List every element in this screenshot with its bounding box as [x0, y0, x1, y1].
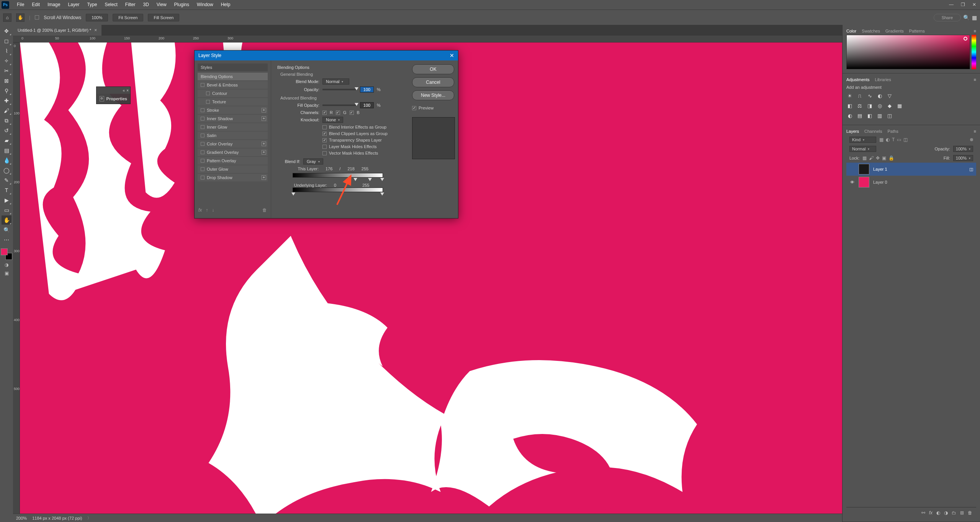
dialog-titlebar[interactable]: Layer Style ✕ — [195, 51, 458, 60]
this-layer-white-handle[interactable] — [380, 178, 384, 181]
levels-icon[interactable]: ⎍ — [856, 93, 863, 100]
filter-adj-icon[interactable]: ◐ — [886, 137, 890, 142]
eraser-tool-icon[interactable]: ▰ — [2, 136, 11, 145]
gradient-map-icon[interactable]: ▥ — [876, 113, 883, 119]
layer-opacity-input[interactable]: 100% — [953, 146, 973, 152]
fg-bg-colors[interactable] — [1, 248, 12, 260]
style-inner-shadow[interactable]: Inner Shadow+ — [198, 115, 268, 122]
pen-tool-icon[interactable]: ✎ — [2, 176, 11, 185]
tab-gradients[interactable]: Gradients — [885, 29, 904, 33]
zoom-100-button[interactable]: 100% — [86, 14, 108, 21]
opacity-slider[interactable] — [322, 89, 357, 90]
adv-check-0[interactable] — [322, 125, 327, 129]
layer-filter-select[interactable]: Kind — [849, 137, 876, 143]
workspace-icon[interactable]: ▦ — [972, 15, 977, 21]
layer-name[interactable]: Layer 1 — [873, 167, 887, 171]
path-select-tool-icon[interactable]: ▶ — [2, 196, 11, 205]
gradient-tool-icon[interactable]: ▤ — [2, 146, 11, 155]
knockout-select[interactable]: None — [322, 117, 343, 123]
layer-thumbnail[interactable] — [859, 164, 869, 175]
fill-screen-button[interactable]: Fill Screen — [148, 14, 179, 21]
brightness-icon[interactable]: ☀ — [846, 93, 853, 100]
menu-window[interactable]: Window — [193, 0, 217, 10]
blendif-select[interactable]: Gray — [303, 158, 323, 165]
adv-check-2[interactable] — [322, 138, 327, 142]
window-close-icon[interactable]: ✕ — [969, 0, 980, 10]
tab-patterns[interactable]: Patterns — [909, 29, 925, 33]
adv-check-3[interactable] — [322, 145, 327, 149]
lock-trans-icon[interactable]: ▦ — [862, 155, 867, 161]
tab-paths[interactable]: Paths — [888, 129, 898, 134]
style-stroke[interactable]: Stroke+ — [198, 106, 268, 114]
menu-select[interactable]: Select — [101, 0, 121, 10]
style-satin[interactable]: Satin — [198, 132, 268, 139]
underlying-white-handle[interactable] — [380, 192, 384, 196]
share-button[interactable]: Share — [934, 14, 961, 21]
crop-tool-icon[interactable]: ✂ — [2, 66, 11, 75]
canvas[interactable]: «× ⚙Properties Layer Style ✕ Styles Blen… — [20, 42, 842, 514]
this-layer-black-handle[interactable] — [353, 178, 357, 181]
panel-menu-icon[interactable]: ≡ — [974, 77, 976, 82]
brush-tool-icon[interactable]: 🖌 — [2, 106, 11, 115]
tab-adjustments[interactable]: Adjustments — [846, 77, 870, 82]
layer-blendmode-select[interactable]: Normal — [849, 146, 876, 152]
up-arrow-icon[interactable]: ↑ — [206, 207, 208, 213]
adv-check-4[interactable] — [322, 151, 327, 155]
fx-icon[interactable]: fx — [929, 510, 933, 515]
tool-preset-icon[interactable]: ✋ — [16, 13, 25, 22]
quickmask-icon[interactable]: ◑ — [3, 262, 10, 268]
style-gradient-overlay[interactable]: Gradient Overlay+ — [198, 148, 268, 156]
channel-r-check[interactable] — [322, 111, 327, 115]
hand-tool-icon[interactable]: ✋ — [2, 215, 11, 225]
filter-smart-icon[interactable]: ◫ — [903, 137, 908, 142]
style-inner-glow[interactable]: Inner Glow — [198, 123, 268, 131]
trash-icon[interactable]: 🗑 — [262, 207, 267, 213]
fill-opacity-input[interactable]: 100 — [360, 102, 374, 108]
edit-toolbar-icon[interactable]: ⋯ — [2, 235, 11, 245]
ok-button[interactable]: OK — [412, 64, 454, 74]
frame-tool-icon[interactable]: ⊠ — [2, 76, 11, 85]
window-minimize-icon[interactable]: — — [946, 0, 957, 10]
selective-color-icon[interactable]: ◫ — [886, 113, 893, 119]
marquee-tool-icon[interactable]: ◻ — [2, 36, 11, 46]
info-arrow-icon[interactable]: 〉 — [87, 515, 91, 521]
layer-row[interactable]: Layer 1 ◫ — [846, 163, 976, 176]
new-layer-icon[interactable]: ⊞ — [960, 510, 964, 515]
new-style-button[interactable]: New Style... — [412, 90, 454, 100]
style-contour[interactable]: Contour — [198, 90, 268, 97]
color-lookup-icon[interactable]: ▦ — [896, 103, 903, 109]
eyedropper-tool-icon[interactable]: ⚲ — [2, 86, 11, 95]
channel-g-check[interactable] — [336, 111, 340, 115]
invert-icon[interactable]: ◐ — [846, 113, 853, 119]
blur-tool-icon[interactable]: 💧 — [2, 156, 11, 165]
preview-check[interactable] — [412, 106, 416, 110]
menu-help[interactable]: Help — [217, 0, 234, 10]
type-tool-icon[interactable]: T — [2, 186, 11, 195]
opacity-input[interactable]: 100 — [360, 86, 374, 93]
tab-swatches[interactable]: Swatches — [862, 29, 880, 33]
tab-layers[interactable]: Layers — [846, 129, 859, 134]
zoom-tool-icon[interactable]: 🔍 — [2, 225, 11, 235]
delete-layer-icon[interactable]: 🗑 — [968, 510, 972, 515]
fx-icon[interactable]: fx — [198, 207, 202, 213]
hue-icon[interactable]: ◧ — [846, 103, 853, 109]
this-layer-track[interactable] — [293, 173, 383, 178]
document-tab[interactable]: Untitled-1 @ 200% (Layer 1, RGB/8#) * × — [13, 25, 101, 36]
lock-artboard-icon[interactable]: ▣ — [882, 155, 886, 161]
filter-pixel-icon[interactable]: ▦ — [879, 137, 883, 142]
tab-channels[interactable]: Channels — [864, 129, 882, 134]
lock-paint-icon[interactable]: 🖌 — [869, 155, 874, 161]
panel-menu-icon[interactable]: ≡ — [974, 129, 976, 134]
fill-opacity-slider[interactable] — [322, 104, 357, 106]
posterize-icon[interactable]: ▤ — [856, 113, 863, 119]
threshold-icon[interactable]: ◧ — [866, 113, 873, 119]
lock-all-icon[interactable]: 🔒 — [888, 155, 894, 161]
filter-shape-icon[interactable]: ▭ — [897, 137, 901, 142]
group-icon[interactable]: 🗀 — [952, 510, 956, 515]
menu-3d[interactable]: 3D — [139, 0, 152, 10]
style-bevel[interactable]: Bevel & Emboss — [198, 81, 268, 89]
blend-mode-select[interactable]: Normal — [322, 78, 349, 85]
exposure-icon[interactable]: ◐ — [876, 93, 883, 100]
window-maximize-icon[interactable]: ❐ — [957, 0, 969, 10]
vibrance-icon[interactable]: ▽ — [886, 93, 893, 100]
